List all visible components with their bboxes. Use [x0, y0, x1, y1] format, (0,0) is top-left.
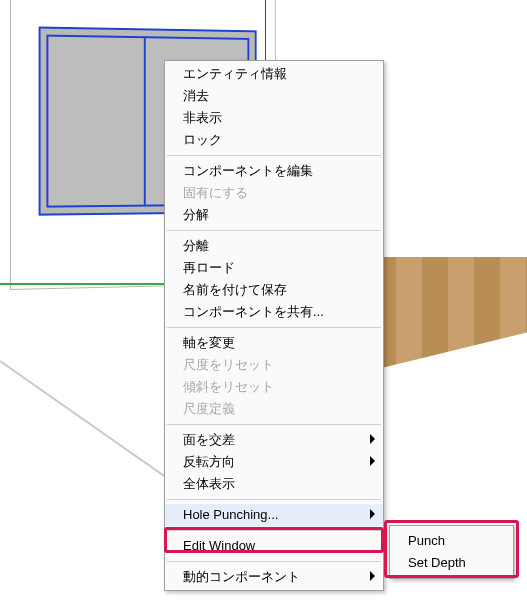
submenu-arrow-icon: [370, 434, 375, 444]
menu-item-label: 動的コンポーネント: [183, 569, 300, 584]
menu-item-label: エンティティ情報: [183, 66, 287, 81]
submenu-arrow-icon: [370, 509, 375, 519]
menu-item[interactable]: 消去: [165, 85, 383, 107]
menu-item[interactable]: 分解: [165, 204, 383, 226]
submenu-item-label: Set Depth: [408, 555, 466, 570]
menu-item: 傾斜をリセット: [165, 376, 383, 398]
menu-separator: [167, 230, 381, 231]
menu-item: 尺度をリセット: [165, 354, 383, 376]
menu-separator: [167, 327, 381, 328]
menu-separator: [167, 499, 381, 500]
menu-item-label: 名前を付けて保存: [183, 282, 287, 297]
menu-item[interactable]: 再ロード: [165, 257, 383, 279]
menu-separator: [167, 561, 381, 562]
menu-item-label: 尺度定義: [183, 401, 235, 416]
menu-item: 固有にする: [165, 182, 383, 204]
menu-item-label: 傾斜をリセット: [183, 379, 274, 394]
submenu-arrow-icon: [370, 571, 375, 581]
menu-item[interactable]: エンティティ情報: [165, 63, 383, 85]
menu-item[interactable]: コンポーネントを共有...: [165, 301, 383, 323]
window-pane-left: [46, 35, 155, 208]
context-menu[interactable]: エンティティ情報消去非表示ロックコンポーネントを編集固有にする分解分離再ロード名…: [164, 60, 384, 591]
menu-item-label: コンポーネントを共有...: [183, 304, 324, 319]
submenu-item[interactable]: Punch: [390, 530, 513, 552]
submenu-item[interactable]: Set Depth: [390, 552, 513, 574]
submenu-item-label: Punch: [408, 533, 445, 548]
menu-item-label: Hole Punching...: [183, 507, 278, 522]
menu-item-label: 尺度をリセット: [183, 357, 274, 372]
menu-item[interactable]: 名前を付けて保存: [165, 279, 383, 301]
submenu-arrow-icon: [370, 456, 375, 466]
menu-item-label: 面を交差: [183, 432, 235, 447]
menu-item[interactable]: 面を交差: [165, 429, 383, 451]
menu-separator: [167, 155, 381, 156]
menu-item[interactable]: 全体表示: [165, 473, 383, 495]
menu-item: 尺度定義: [165, 398, 383, 420]
menu-item-label: Edit Window: [183, 538, 255, 553]
menu-item[interactable]: 反転方向: [165, 451, 383, 473]
menu-item-label: ロック: [183, 132, 222, 147]
menu-item[interactable]: 非表示: [165, 107, 383, 129]
menu-item-label: 非表示: [183, 110, 222, 125]
menu-item[interactable]: 動的コンポーネント: [165, 566, 383, 588]
menu-item[interactable]: コンポーネントを編集: [165, 160, 383, 182]
menu-item-label: 分解: [183, 207, 209, 222]
menu-item-label: 軸を変更: [183, 335, 235, 350]
menu-item-label: コンポーネントを編集: [183, 163, 313, 178]
menu-item-label: 固有にする: [183, 185, 248, 200]
menu-separator: [167, 530, 381, 531]
menu-item[interactable]: 軸を変更: [165, 332, 383, 354]
menu-item[interactable]: ロック: [165, 129, 383, 151]
menu-item[interactable]: Hole Punching...: [165, 504, 383, 526]
menu-separator: [167, 424, 381, 425]
menu-item-label: 全体表示: [183, 476, 235, 491]
hole-punching-submenu[interactable]: PunchSet Depth: [389, 525, 514, 579]
menu-item-label: 反転方向: [183, 454, 235, 469]
menu-item-label: 消去: [183, 88, 209, 103]
menu-item[interactable]: Edit Window: [165, 535, 383, 557]
menu-item-label: 分離: [183, 238, 209, 253]
menu-item-label: 再ロード: [183, 260, 235, 275]
menu-item[interactable]: 分離: [165, 235, 383, 257]
